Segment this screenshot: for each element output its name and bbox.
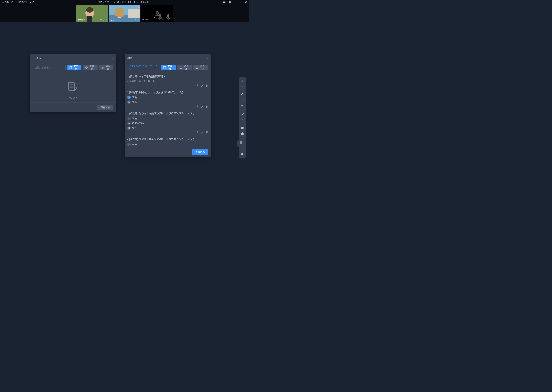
- delete-icon[interactable]: [205, 131, 208, 134]
- mic-icon: [138, 19, 139, 21]
- svg-point-3: [86, 7, 93, 13]
- svg-point-22: [76, 82, 77, 82]
- question: 4 [多选题] 施华洛世奇是反华品牌，所以梁鼎琪反华。 （2分）A是的B不完全正…: [127, 136, 208, 147]
- question: 2 [判断题] 我国宪法上一次更新是在2020年。 （2分）A正确B错误: [127, 89, 208, 110]
- add-choice-button[interactable]: 选择题: [83, 65, 97, 70]
- target-icon: [135, 19, 137, 21]
- svg-rect-15: [102, 67, 103, 69]
- add-judge-button[interactable]: 判断题: [67, 65, 81, 70]
- settings-icon[interactable]: [228, 1, 231, 3]
- move-icon[interactable]: [196, 105, 199, 108]
- fullscreen-icon[interactable]: [239, 1, 242, 3]
- question-option[interactable]: A正确: [127, 117, 208, 120]
- topbar: 丢包率：0% 网络状态：良好 神秘大自然 已上课：02:34:09 ID：202…: [0, 0, 249, 4]
- quiz-name-input[interactable]: 产品说试卷名称最多十六个字: [127, 65, 160, 70]
- option-letter: A: [127, 96, 131, 99]
- bell-icon[interactable]: [240, 151, 245, 157]
- back-icon[interactable]: [33, 57, 35, 60]
- option-text: 正确: [132, 96, 137, 99]
- option-text: 错误: [132, 126, 137, 130]
- option-letter: A: [127, 117, 131, 120]
- add-short-button[interactable]: 简答题: [193, 65, 208, 70]
- video-tile-student[interactable]: × 王小明: [141, 5, 173, 22]
- svg-rect-2: [87, 16, 92, 22]
- delete-icon[interactable]: [205, 84, 208, 87]
- svg-point-21: [75, 82, 76, 82]
- question-option[interactable]: A正确: [127, 96, 208, 99]
- video-tile-name: 叮当老师: [77, 18, 86, 21]
- video-strip: 叮当老师 × Nina × 王小明: [0, 4, 249, 22]
- save-button[interactable]: 保存试卷: [192, 149, 208, 155]
- svg-rect-16: [68, 83, 74, 90]
- mic-icon: [164, 14, 172, 21]
- close-icon[interactable]: ×: [138, 6, 139, 8]
- svg-rect-8: [128, 9, 140, 18]
- video-tile-student[interactable]: × Nina: [109, 5, 140, 22]
- cursor-tool-icon[interactable]: [240, 78, 245, 84]
- svg-rect-25: [196, 67, 198, 69]
- option-letter: A: [127, 143, 131, 146]
- empty-state: 暂无试题: [33, 73, 113, 102]
- mic-icon: [105, 19, 107, 21]
- close-icon[interactable]: ×: [206, 56, 208, 60]
- pen-tool-icon[interactable]: [240, 91, 245, 97]
- option-letter: C: [127, 126, 131, 130]
- session-id: ID：2020070324: [134, 0, 152, 4]
- add-judge-button[interactable]: 判断题: [161, 65, 176, 70]
- panel-title: 测验: [127, 56, 132, 60]
- close-icon[interactable]: ×: [171, 6, 172, 8]
- panel-title: 测验: [36, 56, 41, 60]
- eraser-tool-icon[interactable]: [240, 111, 245, 117]
- svg-point-23: [77, 82, 77, 82]
- save-button[interactable]: 保存试卷: [97, 105, 113, 110]
- hand-count: 0/2: [240, 145, 242, 147]
- audio-level-icon: [154, 16, 155, 18]
- network-status: 网络状态：良好: [18, 0, 34, 4]
- question-option[interactable]: A是的: [127, 143, 208, 146]
- option-letter: B: [127, 100, 131, 104]
- move-icon[interactable]: [196, 131, 199, 134]
- raise-hand-button[interactable]: 0/2: [237, 139, 246, 148]
- course-name: 神秘大自然: [98, 0, 109, 4]
- question: 3 [单选题] 施华洛世奇是反华品牌，所以梁鼎琪反华。 （2分）A正确B不完全正…: [127, 110, 208, 136]
- add-short-button[interactable]: 简答题: [99, 65, 113, 70]
- packet-loss: 丢包率：0%: [2, 0, 14, 4]
- delete-icon[interactable]: [205, 105, 208, 108]
- video-tile-name: 王小明: [142, 18, 149, 21]
- video-tile-name: Nina: [110, 19, 114, 21]
- brightness-tool-icon[interactable]: [240, 117, 245, 123]
- audio-level-icon: [103, 19, 104, 21]
- edit-icon[interactable]: [201, 131, 203, 134]
- move-tool-icon[interactable]: [240, 84, 245, 90]
- quiz-name-input[interactable]: [33, 65, 65, 70]
- add-choice-button[interactable]: 选择题: [177, 65, 192, 70]
- svg-point-5: [101, 20, 102, 20]
- quiz-panel-empty: 测验 × 判断题 选择题 简答题: [30, 54, 116, 112]
- question-option[interactable]: C错误: [127, 126, 208, 130]
- target-icon: [100, 19, 102, 21]
- option-text: 错误: [132, 101, 137, 104]
- option-text: 正确: [132, 117, 137, 120]
- minimize-icon[interactable]: [234, 1, 237, 3]
- edit-icon[interactable]: [201, 105, 203, 108]
- close-icon[interactable]: [245, 1, 247, 3]
- toolbox-icon[interactable]: [240, 131, 245, 137]
- folder-icon[interactable]: [240, 125, 245, 131]
- question-option[interactable]: B不完全正确: [127, 122, 208, 125]
- svg-point-11: [136, 20, 136, 20]
- scissors-tool-icon[interactable]: [240, 103, 245, 109]
- edit-icon[interactable]: [201, 84, 203, 87]
- quiz-panel-filled: 测验 × 产品说试卷名称最多十六个字 判断题 选择题 简答题 1 [简答题]: [124, 54, 211, 157]
- question: 1 [简答题] 一年四季分别是哪四季?参考答案：春、夏、秋、冬: [127, 73, 208, 89]
- question-option[interactable]: B错误: [127, 100, 208, 104]
- camera-toggle-icon[interactable]: [223, 1, 226, 3]
- mic-muted-icon: [156, 14, 164, 21]
- question-title: 4 [多选题] 施华洛世奇是反华品牌，所以梁鼎琪反华。 （2分）: [127, 138, 208, 141]
- close-icon[interactable]: ×: [112, 56, 113, 60]
- question-title: 1 [简答题] 一年四季分别是哪四季?: [127, 75, 208, 78]
- move-icon[interactable]: [196, 84, 199, 87]
- question-answer: 参考答案：春、夏、秋、冬: [127, 80, 208, 83]
- option-text: 不完全正确: [132, 122, 144, 125]
- text-tool-icon[interactable]: [240, 97, 245, 103]
- video-tile-teacher[interactable]: 叮当老师: [76, 5, 108, 22]
